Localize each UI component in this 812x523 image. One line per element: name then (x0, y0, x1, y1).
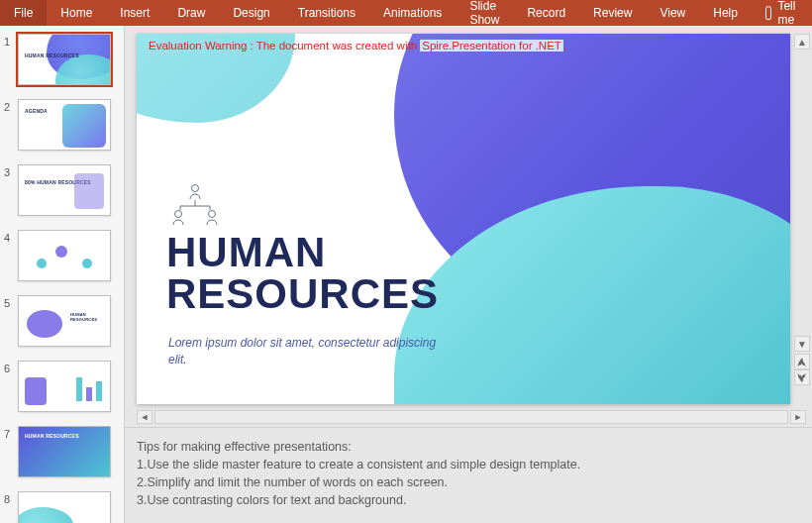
thumbnail-7[interactable]: 7 HUMAN RESOURCES (0, 424, 124, 489)
next-slide-button[interactable]: ⮟ (794, 369, 810, 385)
thumb-number: 1 (4, 34, 14, 48)
thumbnail-2[interactable]: 2 AGENDA (0, 97, 124, 162)
evaluation-warning: Evaluation Warning : The document was cr… (149, 40, 566, 52)
scroll-up-button[interactable]: ▲ (794, 34, 810, 50)
thumb-number: 4 (4, 230, 14, 244)
notes-heading: Tips for making effective presentations: (137, 438, 800, 456)
svg-point-1 (192, 185, 199, 192)
thumbnail-4[interactable]: 4 (0, 228, 124, 293)
tab-review[interactable]: Review (579, 0, 646, 26)
tab-animations[interactable]: Animations (369, 0, 456, 26)
thumbnail-3[interactable]: 3 80% HUMAN RESOURCES (0, 162, 124, 228)
scroll-left-button[interactable]: ◄ (137, 410, 152, 424)
tab-draw[interactable]: Draw (163, 0, 219, 26)
scrollbar-track[interactable] (154, 410, 788, 424)
tab-design[interactable]: Design (219, 0, 283, 26)
thumb-title: HUMAN RESOURCES (25, 433, 79, 439)
notes-line: 3.Use contrasting colors for text and ba… (137, 491, 800, 509)
scroll-down-button[interactable]: ▼ (794, 336, 810, 352)
prev-slide-button[interactable]: ⮝ (794, 354, 810, 369)
slide-canvas-area: Evaluation Warning : The document was cr… (125, 26, 812, 409)
tab-home[interactable]: Home (47, 0, 106, 26)
org-chart-icon (168, 180, 222, 230)
slide-title[interactable]: HUMANRESOURCES (166, 232, 439, 315)
tab-slideshow[interactable]: Slide Show (456, 0, 513, 26)
notes-line: 2.Simplify and limit the number of words… (137, 473, 800, 491)
tab-record[interactable]: Record (513, 0, 579, 26)
tab-transitions[interactable]: Transitions (284, 0, 369, 26)
scroll-right-button[interactable]: ► (790, 410, 806, 424)
svg-point-2 (175, 211, 182, 218)
tab-insert[interactable]: Insert (106, 0, 163, 26)
ribbon-tabs: File Home Insert Draw Design Transitions… (0, 0, 812, 26)
slide-canvas[interactable]: Evaluation Warning : The document was cr… (137, 34, 790, 404)
thumb-number: 7 (4, 426, 14, 440)
tab-file[interactable]: File (0, 0, 47, 26)
tell-me-search[interactable]: Tell me (752, 0, 812, 27)
notes-line: 1.Use the slide master feature to create… (137, 456, 800, 473)
notes-pane[interactable]: Tips for making effective presentations:… (125, 427, 812, 524)
thumb-number: 2 (4, 99, 14, 113)
thumb-number: 5 (4, 295, 14, 309)
thumb-number: 6 (4, 361, 14, 374)
tab-view[interactable]: View (646, 0, 699, 26)
horizontal-scrollbar[interactable]: ◄ ► (125, 409, 812, 427)
thumbnail-1[interactable]: 1 HUMAN RESOURCES (0, 32, 124, 97)
thumb-number: 3 (4, 164, 14, 178)
thumb-title: AGENDA (25, 108, 48, 114)
thumb-number: 8 (4, 491, 14, 505)
tell-me-label: Tell me (777, 0, 799, 27)
thumb-title: HUMAN RESOURCES (70, 312, 110, 322)
slide-thumbnail-panel[interactable]: 1 HUMAN RESOURCES 2 AGENDA 3 80% HUMAN R… (0, 26, 125, 523)
svg-point-3 (209, 211, 216, 218)
lightbulb-icon (765, 6, 772, 20)
slide-subtitle[interactable]: Lorem ipsum dolor sit amet, consectetur … (168, 335, 446, 368)
thumbnail-8[interactable]: 8 (0, 489, 124, 523)
thumbnail-6[interactable]: 6 (0, 359, 124, 424)
tab-help[interactable]: Help (699, 0, 752, 26)
thumbnail-5[interactable]: 5 HUMAN RESOURCES (0, 293, 124, 359)
thumb-title: HUMAN RESOURCES (25, 52, 79, 58)
